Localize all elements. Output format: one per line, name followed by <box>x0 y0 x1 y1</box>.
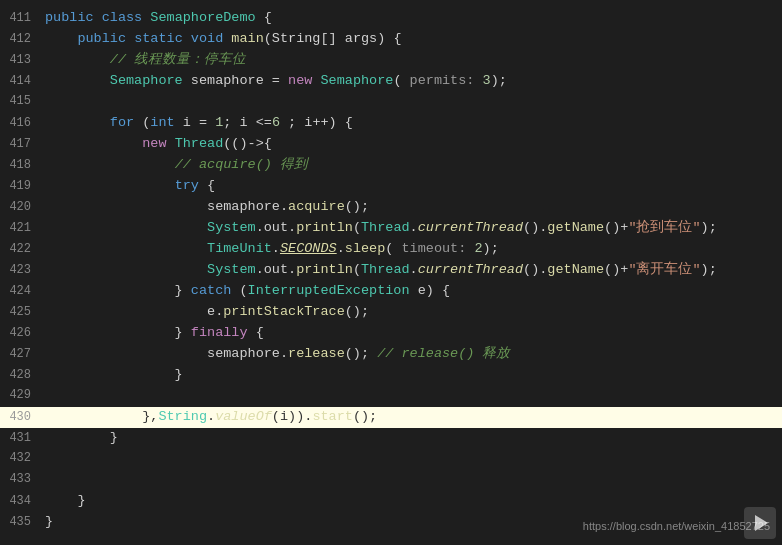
code-line-417: 417 new Thread(()->{ <box>0 134 782 155</box>
code-line-420: 420 semaphore.acquire(); <box>0 197 782 218</box>
code-line-425: 425 e.printStackTrace(); <box>0 302 782 323</box>
watermark: https://blog.csdn.net/weixin_41852725 <box>583 518 770 535</box>
play-icon <box>755 515 768 531</box>
play-button[interactable] <box>744 507 776 539</box>
code-line-412: 412 public static void main(String[] arg… <box>0 29 782 50</box>
code-editor: 411 public class SemaphoreDemo { 412 pub… <box>0 0 782 545</box>
code-line-414: 414 Semaphore semaphore = new Semaphore(… <box>0 71 782 92</box>
code-line-429: 429 <box>0 386 782 407</box>
code-line-432: 432 <box>0 449 782 470</box>
code-line-411: 411 public class SemaphoreDemo { <box>0 8 782 29</box>
code-line-434: 434 } <box>0 491 782 512</box>
code-line-428: 428 } <box>0 365 782 386</box>
code-line-430: 430 },String.valueOf(i)).start(); <box>0 407 782 428</box>
code-line-423: 423 System.out.println(Thread.currentThr… <box>0 260 782 281</box>
code-line-422: 422 TimeUnit.SECONDS.sleep( timeout: 2); <box>0 239 782 260</box>
code-line-426: 426 } finally { <box>0 323 782 344</box>
code-line-416: 416 for (int i = 1; i <=6 ; i++) { <box>0 113 782 134</box>
code-line-424: 424 } catch (InterruptedException e) { <box>0 281 782 302</box>
code-line-413: 413 // 线程数量：停车位 <box>0 50 782 71</box>
code-line-418: 418 // acquire() 得到 <box>0 155 782 176</box>
code-line-433: 433 <box>0 470 782 491</box>
code-line-415: 415 <box>0 92 782 113</box>
code-line-419: 419 try { <box>0 176 782 197</box>
code-line-427: 427 semaphore.release(); // release() 释放 <box>0 344 782 365</box>
code-line-431: 431 } <box>0 428 782 449</box>
code-line-421: 421 System.out.println(Thread.currentThr… <box>0 218 782 239</box>
